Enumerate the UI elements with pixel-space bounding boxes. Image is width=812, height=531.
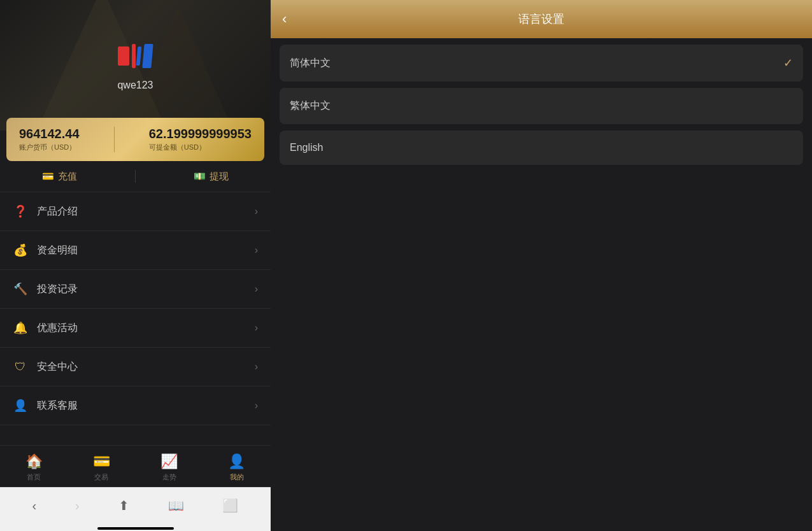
nav-icon-mine: 👤 <box>228 453 245 470</box>
browser-indicator-bar <box>0 523 271 531</box>
withdraw-button[interactable]: 💵 提现 <box>194 171 229 183</box>
nav-icon-home: 🏠 <box>25 453 43 470</box>
forward-button[interactable]: › <box>69 496 86 516</box>
menu-label-invest: 投资记录 <box>37 283 255 296</box>
nav-item-mine[interactable]: 👤 我的 <box>203 451 271 485</box>
nav-label-home: 首页 <box>27 472 41 482</box>
home-indicator <box>97 527 174 530</box>
language-settings-title: 语言设置 <box>518 11 564 27</box>
language-settings-header: ‹ 语言设置 <box>271 0 812 38</box>
balance-divider <box>114 127 115 152</box>
language-options: 简体中文 ✓ 繁体中文 English <box>271 38 812 291</box>
svg-rect-1 <box>132 44 136 68</box>
nav-item-trend[interactable]: 📈 走势 <box>136 451 203 485</box>
left-panel: qwe123 964142.44 账户货币（USD） 62.1999999999… <box>0 0 271 531</box>
nav-icon-trade: 💳 <box>93 453 110 470</box>
available-label: 可提金额（USD） <box>149 143 252 152</box>
app-logo <box>117 40 155 72</box>
language-label-simplified: 简体中文 <box>290 57 331 70</box>
balance-available: 62.199999999953 可提金额（USD） <box>149 127 252 152</box>
menu-icon-promo: 🔔 <box>13 320 28 336</box>
svg-rect-2 <box>136 46 141 66</box>
right-panel: ‹ 语言设置 简体中文 ✓ 繁体中文 English <box>271 0 812 531</box>
menu-arrow-security: › <box>255 361 258 372</box>
share-button[interactable]: ⬆ <box>112 495 136 516</box>
menu-list: ❓ 产品介绍 › 💰 资金明细 › 🔨 投资记录 › 🔔 优惠活动 › 🛡 安全… <box>0 192 271 445</box>
language-option-traditional[interactable]: 繁体中文 <box>280 88 803 124</box>
language-option-simplified[interactable]: 简体中文 ✓ <box>280 45 803 81</box>
menu-item-product[interactable]: ❓ 产品介绍 › <box>0 192 271 231</box>
menu-arrow-funds: › <box>255 244 258 256</box>
menu-label-funds: 资金明细 <box>37 244 255 257</box>
deposit-icon: 💳 <box>42 171 54 182</box>
menu-label-support: 联系客服 <box>37 399 255 413</box>
balance-label: 账户货币（USD） <box>19 143 80 152</box>
menu-icon-invest: 🔨 <box>13 281 28 297</box>
back-button[interactable]: ‹ <box>25 496 43 516</box>
menu-icon-security: 🛡 <box>13 359 28 374</box>
menu-item-invest[interactable]: 🔨 投资记录 › <box>0 270 271 309</box>
action-divider <box>135 170 136 183</box>
nav-icon-trend: 📈 <box>160 453 178 470</box>
bottom-nav: 🏠 首页 💳 交易 📈 走势 👤 我的 <box>0 445 271 487</box>
menu-icon-product: ❓ <box>13 204 28 219</box>
menu-label-security: 安全中心 <box>37 360 255 374</box>
profile-header: qwe123 <box>0 0 271 131</box>
menu-arrow-invest: › <box>255 283 258 295</box>
language-back-button[interactable]: ‹ <box>282 11 287 27</box>
balance-amount: 964142.44 <box>19 127 80 141</box>
deposit-button[interactable]: 💳 充值 <box>42 171 77 183</box>
menu-icon-funds: 💰 <box>13 243 28 258</box>
tabs-button[interactable]: ⬜ <box>216 495 245 516</box>
menu-item-security[interactable]: 🛡 安全中心 › <box>0 348 271 386</box>
balance-main: 964142.44 账户货币（USD） <box>19 127 80 152</box>
menu-item-promo[interactable]: 🔔 优惠活动 › <box>0 309 271 348</box>
available-amount: 62.199999999953 <box>149 127 252 141</box>
menu-item-funds[interactable]: 💰 资金明细 › <box>0 231 271 270</box>
back-arrow-icon: ‹ <box>282 11 287 27</box>
nav-item-trade[interactable]: 💳 交易 <box>68 451 135 485</box>
withdraw-label: 提现 <box>210 171 229 183</box>
nav-item-home[interactable]: 🏠 首页 <box>0 451 68 485</box>
action-buttons: 💳 充值 💵 提现 <box>0 161 271 192</box>
svg-rect-3 <box>142 44 153 68</box>
language-label-english: English <box>290 142 323 153</box>
bookmarks-button[interactable]: 📖 <box>162 495 190 516</box>
menu-arrow-promo: › <box>255 322 258 334</box>
menu-item-support[interactable]: 👤 联系客服 › <box>0 386 271 425</box>
menu-label-product: 产品介绍 <box>37 205 255 218</box>
menu-label-promo: 优惠活动 <box>37 322 255 335</box>
menu-icon-support: 👤 <box>13 398 28 413</box>
right-background <box>271 291 812 531</box>
menu-arrow-product: › <box>255 206 258 217</box>
username: qwe123 <box>117 80 153 91</box>
deposit-label: 充值 <box>58 171 77 183</box>
language-option-english[interactable]: English <box>280 131 803 165</box>
balance-card: 964142.44 账户货币（USD） 62.199999999953 可提金额… <box>6 118 264 161</box>
menu-arrow-support: › <box>255 400 258 411</box>
language-check-simplified: ✓ <box>783 56 793 70</box>
withdraw-icon: 💵 <box>194 171 206 182</box>
browser-bar: ‹ › ⬆ 📖 ⬜ <box>0 487 271 523</box>
nav-label-mine: 我的 <box>230 472 244 482</box>
svg-rect-0 <box>118 46 129 66</box>
nav-label-trade: 交易 <box>94 472 108 482</box>
language-label-traditional: 繁体中文 <box>290 99 331 113</box>
nav-label-trend: 走势 <box>162 472 176 482</box>
